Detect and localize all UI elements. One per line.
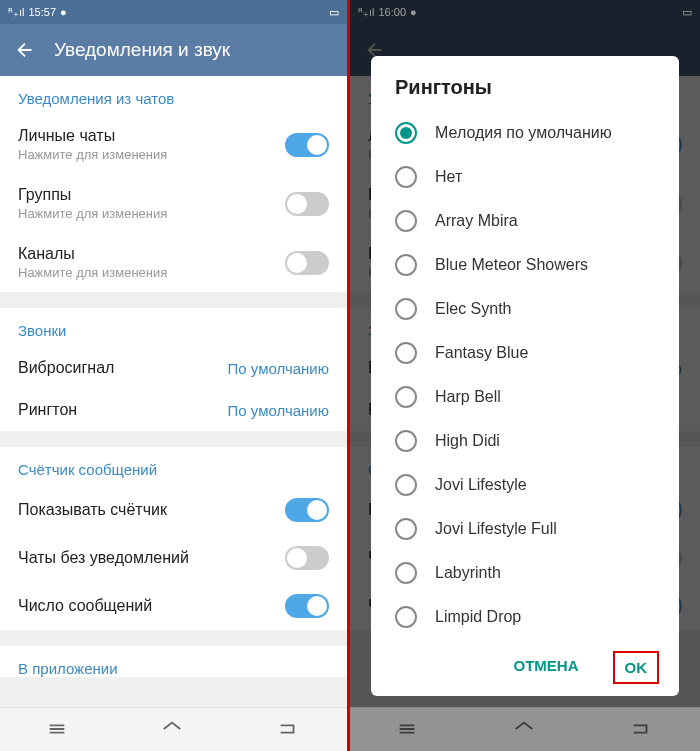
radio-icon xyxy=(395,430,417,452)
row-title: Рингтон xyxy=(18,401,77,419)
header: Уведомления и звук xyxy=(0,24,347,76)
radio-label: Jovi Lifestyle xyxy=(435,476,527,494)
row-title: Показывать счётчик xyxy=(18,501,167,519)
dialog-overlay: Рингтоны Мелодия по умолчаниюНетArray Mb… xyxy=(350,0,700,751)
radio-icon xyxy=(395,298,417,320)
dot-icon: ● xyxy=(60,6,67,18)
menu-icon[interactable] xyxy=(46,718,70,742)
battery-icon: ▭ xyxy=(329,6,339,19)
row-show-counter[interactable]: Показывать счётчик xyxy=(0,486,347,534)
radio-option[interactable]: Мелодия по умолчанию xyxy=(371,111,679,155)
radio-icon xyxy=(395,606,417,628)
section-calls: Звонки xyxy=(0,308,347,347)
radio-icon xyxy=(395,342,417,364)
row-title: Личные чаты xyxy=(18,127,285,145)
ringtone-dialog: Рингтоны Мелодия по умолчаниюНетArray Mb… xyxy=(371,56,679,696)
toggle-private[interactable] xyxy=(285,133,329,157)
radio-option[interactable]: Нет xyxy=(371,155,679,199)
radio-label: Fantasy Blue xyxy=(435,344,528,362)
row-sub: Нажмите для изменения xyxy=(18,206,285,221)
radio-option[interactable]: Jovi Lifestyle xyxy=(371,463,679,507)
section-chats: Уведомления из чатов xyxy=(0,76,347,115)
radio-icon xyxy=(395,210,417,232)
row-value: По умолчанию xyxy=(228,360,329,377)
toggle-muted[interactable] xyxy=(285,546,329,570)
signal-icon: ᴿ₊ıl xyxy=(8,6,25,19)
radio-label: Blue Meteor Showers xyxy=(435,256,588,274)
cancel-button[interactable]: ОТМЕНА xyxy=(504,651,589,684)
radio-icon xyxy=(395,386,417,408)
radio-option[interactable]: Limpid Drop xyxy=(371,595,679,639)
section-app: В приложении xyxy=(0,646,347,677)
row-title: Число сообщений xyxy=(18,597,152,615)
radio-option[interactable]: Array Mbira xyxy=(371,199,679,243)
radio-label: Array Mbira xyxy=(435,212,518,230)
status-time: 15:57 xyxy=(29,6,57,18)
status-bar: ᴿ₊ıl 15:57 ● ▭ xyxy=(0,0,347,24)
radio-icon xyxy=(395,254,417,276)
back-nav-icon[interactable] xyxy=(277,718,301,742)
radio-list: Мелодия по умолчаниюНетArray MbiraBlue M… xyxy=(371,111,679,639)
row-groups[interactable]: Группы Нажмите для изменения xyxy=(0,174,347,233)
row-private-chats[interactable]: Личные чаты Нажмите для изменения xyxy=(0,115,347,174)
ok-button[interactable]: OK xyxy=(613,651,660,684)
row-count-messages[interactable]: Число сообщений xyxy=(0,582,347,630)
home-icon[interactable] xyxy=(161,718,185,742)
radio-label: Мелодия по умолчанию xyxy=(435,124,612,142)
row-ringtone[interactable]: Рингтон По умолчанию xyxy=(0,389,347,431)
radio-label: Labyrinth xyxy=(435,564,501,582)
ringtone-screen: ᴿ₊ıl 16:00 ● ▭ Ув ЛиНа ГрНа КаНа Зв Вию … xyxy=(350,0,700,751)
radio-label: High Didi xyxy=(435,432,500,450)
radio-option[interactable]: High Didi xyxy=(371,419,679,463)
nav-bar xyxy=(0,707,347,751)
back-icon[interactable] xyxy=(14,39,36,61)
row-sub: Нажмите для изменения xyxy=(18,265,285,280)
toggle-count[interactable] xyxy=(285,594,329,618)
section-counter: Счётчик сообщений xyxy=(0,447,347,486)
radio-option[interactable]: Harp Bell xyxy=(371,375,679,419)
radio-label: Limpid Drop xyxy=(435,608,521,626)
radio-icon xyxy=(395,166,417,188)
row-title: Чаты без уведомлений xyxy=(18,549,189,567)
radio-option[interactable]: Labyrinth xyxy=(371,551,679,595)
row-value: По умолчанию xyxy=(228,402,329,419)
radio-option[interactable]: Blue Meteor Showers xyxy=(371,243,679,287)
radio-label: Нет xyxy=(435,168,462,186)
row-title: Каналы xyxy=(18,245,285,263)
radio-label: Harp Bell xyxy=(435,388,501,406)
page-title: Уведомления и звук xyxy=(54,39,230,61)
row-title: Группы xyxy=(18,186,285,204)
radio-label: Jovi Lifestyle Full xyxy=(435,520,557,538)
toggle-channels[interactable] xyxy=(285,251,329,275)
toggle-groups[interactable] xyxy=(285,192,329,216)
row-vibro[interactable]: Вибросигнал По умолчанию xyxy=(0,347,347,389)
settings-content: Уведомления из чатов Личные чаты Нажмите… xyxy=(0,76,347,707)
radio-icon xyxy=(395,562,417,584)
radio-label: Elec Synth xyxy=(435,300,511,318)
radio-icon xyxy=(395,518,417,540)
toggle-show-counter[interactable] xyxy=(285,498,329,522)
row-sub: Нажмите для изменения xyxy=(18,147,285,162)
radio-option[interactable]: Fantasy Blue xyxy=(371,331,679,375)
radio-icon xyxy=(395,474,417,496)
row-title: Вибросигнал xyxy=(18,359,114,377)
dialog-actions: ОТМЕНА OK xyxy=(371,639,679,696)
row-muted-chats[interactable]: Чаты без уведомлений xyxy=(0,534,347,582)
dialog-title: Рингтоны xyxy=(371,76,679,111)
radio-option[interactable]: Jovi Lifestyle Full xyxy=(371,507,679,551)
radio-icon xyxy=(395,122,417,144)
row-channels[interactable]: Каналы Нажмите для изменения xyxy=(0,233,347,292)
settings-screen: ᴿ₊ıl 15:57 ● ▭ Уведомления и звук Уведом… xyxy=(0,0,350,751)
radio-option[interactable]: Elec Synth xyxy=(371,287,679,331)
